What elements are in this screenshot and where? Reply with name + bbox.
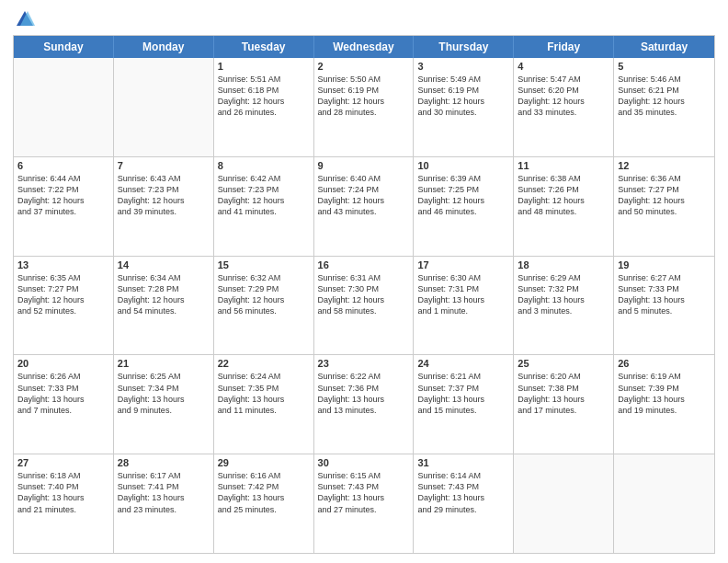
day-info: Sunrise: 5:46 AM Sunset: 6:21 PM Dayligh… — [618, 74, 711, 119]
day-number: 1 — [218, 61, 310, 72]
day-info: Sunrise: 6:27 AM Sunset: 7:33 PM Dayligh… — [618, 272, 711, 317]
day-info: Sunrise: 6:20 AM Sunset: 7:38 PM Dayligh… — [518, 371, 609, 416]
day-info: Sunrise: 6:26 AM Sunset: 7:33 PM Dayligh… — [17, 371, 109, 416]
cal-week-4: 27Sunrise: 6:18 AM Sunset: 7:40 PM Dayli… — [14, 454, 714, 553]
logo-icon — [15, 9, 35, 29]
cal-cell: 5Sunrise: 5:46 AM Sunset: 6:21 PM Daylig… — [614, 58, 714, 156]
cal-cell: 16Sunrise: 6:31 AM Sunset: 7:30 PM Dayli… — [314, 257, 415, 355]
day-number: 19 — [618, 259, 711, 270]
cal-week-1: 6Sunrise: 6:44 AM Sunset: 7:22 PM Daylig… — [14, 156, 714, 256]
day-number: 8 — [218, 160, 310, 171]
day-info: Sunrise: 6:14 AM Sunset: 7:43 PM Dayligh… — [417, 470, 509, 515]
cal-cell: 12Sunrise: 6:36 AM Sunset: 7:27 PM Dayli… — [614, 157, 714, 256]
day-number: 22 — [218, 358, 310, 369]
day-number: 10 — [417, 160, 509, 171]
day-number: 6 — [17, 160, 109, 171]
day-info: Sunrise: 6:16 AM Sunset: 7:42 PM Dayligh… — [218, 470, 310, 515]
cal-cell: 20Sunrise: 6:26 AM Sunset: 7:33 PM Dayli… — [14, 355, 114, 454]
cal-header-friday: Friday — [514, 36, 614, 58]
day-number: 29 — [218, 457, 310, 468]
day-info: Sunrise: 6:21 AM Sunset: 7:37 PM Dayligh… — [417, 371, 509, 416]
day-number: 7 — [118, 160, 210, 171]
cal-header-wednesday: Wednesday — [314, 36, 415, 58]
day-number: 3 — [417, 61, 509, 72]
page: SundayMondayTuesdayWednesdayThursdayFrid… — [0, 0, 728, 563]
cal-cell: 28Sunrise: 6:17 AM Sunset: 7:41 PM Dayli… — [114, 454, 214, 553]
cal-cell: 2Sunrise: 5:50 AM Sunset: 6:19 PM Daylig… — [314, 58, 415, 156]
cal-header-monday: Monday — [114, 36, 214, 58]
day-info: Sunrise: 5:49 AM Sunset: 6:19 PM Dayligh… — [417, 74, 509, 119]
cal-cell: 10Sunrise: 6:39 AM Sunset: 7:25 PM Dayli… — [414, 157, 514, 256]
cal-cell: 29Sunrise: 6:16 AM Sunset: 7:42 PM Dayli… — [214, 454, 314, 553]
cal-cell: 7Sunrise: 6:43 AM Sunset: 7:23 PM Daylig… — [114, 157, 214, 256]
day-info: Sunrise: 6:18 AM Sunset: 7:40 PM Dayligh… — [17, 470, 109, 515]
day-number: 15 — [218, 259, 310, 270]
day-info: Sunrise: 6:24 AM Sunset: 7:35 PM Dayligh… — [218, 371, 310, 416]
cal-cell: 6Sunrise: 6:44 AM Sunset: 7:22 PM Daylig… — [14, 157, 114, 256]
day-number: 27 — [17, 457, 109, 468]
cal-header-thursday: Thursday — [414, 36, 514, 58]
cal-cell: 3Sunrise: 5:49 AM Sunset: 6:19 PM Daylig… — [414, 58, 514, 156]
day-number: 9 — [318, 160, 410, 171]
cal-cell: 21Sunrise: 6:25 AM Sunset: 7:34 PM Dayli… — [114, 355, 214, 454]
cal-cell: 22Sunrise: 6:24 AM Sunset: 7:35 PM Dayli… — [214, 355, 314, 454]
cal-header-sunday: Sunday — [14, 36, 114, 58]
calendar: SundayMondayTuesdayWednesdayThursdayFrid… — [13, 35, 715, 554]
day-info: Sunrise: 6:36 AM Sunset: 7:27 PM Dayligh… — [618, 173, 711, 218]
header — [13, 9, 715, 29]
cal-cell — [614, 454, 714, 553]
day-info: Sunrise: 6:17 AM Sunset: 7:41 PM Dayligh… — [118, 470, 210, 515]
cal-cell — [514, 454, 614, 553]
cal-cell: 14Sunrise: 6:34 AM Sunset: 7:28 PM Dayli… — [114, 257, 214, 355]
day-number: 13 — [17, 259, 109, 270]
day-info: Sunrise: 5:51 AM Sunset: 6:18 PM Dayligh… — [218, 74, 310, 119]
cal-cell: 17Sunrise: 6:30 AM Sunset: 7:31 PM Dayli… — [414, 257, 514, 355]
day-info: Sunrise: 6:22 AM Sunset: 7:36 PM Dayligh… — [318, 371, 410, 416]
day-number: 16 — [318, 259, 410, 270]
cal-week-3: 20Sunrise: 6:26 AM Sunset: 7:33 PM Dayli… — [14, 354, 714, 454]
day-info: Sunrise: 6:35 AM Sunset: 7:27 PM Dayligh… — [17, 272, 109, 317]
day-info: Sunrise: 5:50 AM Sunset: 6:19 PM Dayligh… — [318, 74, 410, 119]
logo — [13, 9, 35, 29]
cal-cell: 25Sunrise: 6:20 AM Sunset: 7:38 PM Dayli… — [514, 355, 614, 454]
day-info: Sunrise: 6:34 AM Sunset: 7:28 PM Dayligh… — [118, 272, 210, 317]
day-number: 21 — [118, 358, 210, 369]
day-number: 5 — [618, 61, 711, 72]
day-info: Sunrise: 6:40 AM Sunset: 7:24 PM Dayligh… — [318, 173, 410, 218]
cal-week-0: 1Sunrise: 5:51 AM Sunset: 6:18 PM Daylig… — [14, 58, 714, 156]
cal-cell: 26Sunrise: 6:19 AM Sunset: 7:39 PM Dayli… — [614, 355, 714, 454]
day-number: 4 — [518, 61, 609, 72]
cal-cell — [14, 58, 114, 156]
day-info: Sunrise: 6:15 AM Sunset: 7:43 PM Dayligh… — [318, 470, 410, 515]
cal-cell — [114, 58, 214, 156]
day-number: 25 — [518, 358, 609, 369]
cal-cell: 31Sunrise: 6:14 AM Sunset: 7:43 PM Dayli… — [414, 454, 514, 553]
day-number: 28 — [118, 457, 210, 468]
day-info: Sunrise: 6:25 AM Sunset: 7:34 PM Dayligh… — [118, 371, 210, 416]
day-info: Sunrise: 6:44 AM Sunset: 7:22 PM Dayligh… — [17, 173, 109, 218]
day-number: 31 — [417, 457, 509, 468]
cal-cell: 19Sunrise: 6:27 AM Sunset: 7:33 PM Dayli… — [614, 257, 714, 355]
calendar-header-row: SundayMondayTuesdayWednesdayThursdayFrid… — [14, 36, 714, 58]
cal-cell: 18Sunrise: 6:29 AM Sunset: 7:32 PM Dayli… — [514, 257, 614, 355]
day-info: Sunrise: 6:29 AM Sunset: 7:32 PM Dayligh… — [518, 272, 609, 317]
day-info: Sunrise: 6:30 AM Sunset: 7:31 PM Dayligh… — [417, 272, 509, 317]
cal-header-saturday: Saturday — [614, 36, 714, 58]
day-number: 18 — [518, 259, 609, 270]
cal-cell: 8Sunrise: 6:42 AM Sunset: 7:23 PM Daylig… — [214, 157, 314, 256]
day-number: 26 — [618, 358, 711, 369]
day-info: Sunrise: 6:19 AM Sunset: 7:39 PM Dayligh… — [618, 371, 711, 416]
cal-cell: 11Sunrise: 6:38 AM Sunset: 7:26 PM Dayli… — [514, 157, 614, 256]
day-info: Sunrise: 6:39 AM Sunset: 7:25 PM Dayligh… — [417, 173, 509, 218]
day-info: Sunrise: 6:43 AM Sunset: 7:23 PM Dayligh… — [118, 173, 210, 218]
day-number: 30 — [318, 457, 410, 468]
day-info: Sunrise: 6:31 AM Sunset: 7:30 PM Dayligh… — [318, 272, 410, 317]
day-info: Sunrise: 6:42 AM Sunset: 7:23 PM Dayligh… — [218, 173, 310, 218]
cal-header-tuesday: Tuesday — [214, 36, 314, 58]
cal-cell: 15Sunrise: 6:32 AM Sunset: 7:29 PM Dayli… — [214, 257, 314, 355]
cal-cell: 4Sunrise: 5:47 AM Sunset: 6:20 PM Daylig… — [514, 58, 614, 156]
day-number: 23 — [318, 358, 410, 369]
day-info: Sunrise: 6:38 AM Sunset: 7:26 PM Dayligh… — [518, 173, 609, 218]
cal-cell: 13Sunrise: 6:35 AM Sunset: 7:27 PM Dayli… — [14, 257, 114, 355]
cal-cell: 1Sunrise: 5:51 AM Sunset: 6:18 PM Daylig… — [214, 58, 314, 156]
